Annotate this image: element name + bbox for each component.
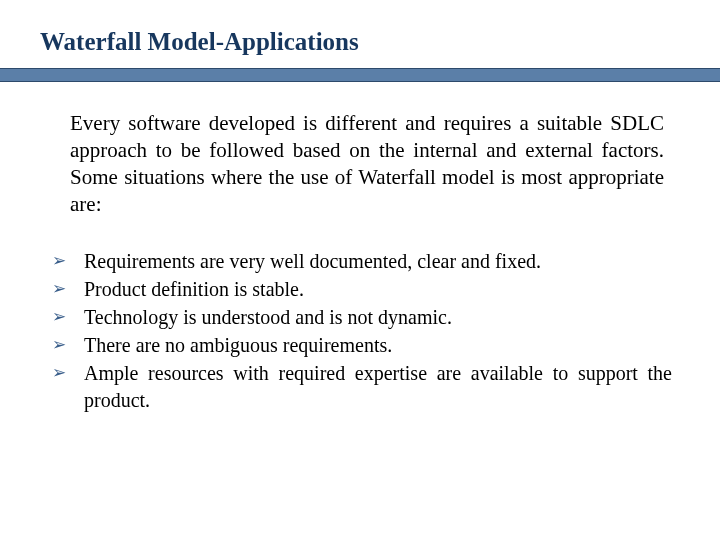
list-item-text: There are no ambiguous requirements. — [84, 332, 672, 359]
list-item-text: Product definition is stable. — [84, 276, 672, 303]
list-item-text: Ample resources with required expertise … — [84, 360, 672, 414]
title-divider — [0, 68, 720, 82]
chevron-right-icon: ➢ — [48, 248, 84, 274]
list-item-text: Requirements are very well documented, c… — [84, 248, 672, 275]
list-item: ➢ There are no ambiguous requirements. — [48, 332, 672, 359]
chevron-right-icon: ➢ — [48, 304, 84, 330]
slide: Waterfall Model-Applications Every softw… — [0, 0, 720, 540]
bullet-list: ➢ Requirements are very well documented,… — [0, 218, 720, 414]
slide-title: Waterfall Model-Applications — [0, 0, 720, 68]
chevron-right-icon: ➢ — [48, 276, 84, 302]
list-item: ➢ Technology is understood and is not dy… — [48, 304, 672, 331]
intro-paragraph: Every software developed is different an… — [0, 82, 720, 218]
list-item: ➢ Product definition is stable. — [48, 276, 672, 303]
list-item: ➢ Ample resources with required expertis… — [48, 360, 672, 414]
list-item-text: Technology is understood and is not dyna… — [84, 304, 672, 331]
chevron-right-icon: ➢ — [48, 360, 84, 386]
list-item: ➢ Requirements are very well documented,… — [48, 248, 672, 275]
chevron-right-icon: ➢ — [48, 332, 84, 358]
